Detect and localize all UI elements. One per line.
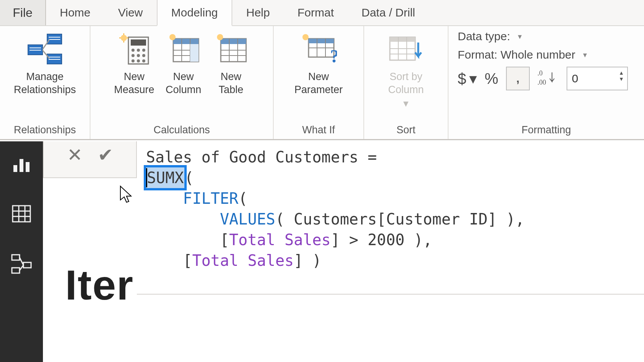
- tab-data-drill[interactable]: Data / Drill: [348, 0, 429, 25]
- ribbon-group-label-whatif: What If: [274, 122, 363, 139]
- svg-point-17: [137, 54, 140, 57]
- svg-point-15: [142, 49, 145, 52]
- svg-rect-60: [13, 206, 30, 222]
- ribbon-tab-bar: File Home View Modeling Help Format Data…: [0, 0, 644, 26]
- ribbon-group-label-formatting: Formatting: [449, 122, 644, 139]
- sort-by-column-label: Sort by Column: [388, 70, 424, 97]
- tab-file[interactable]: File: [0, 0, 46, 25]
- new-parameter-button[interactable]: ? New Parameter: [289, 28, 348, 97]
- ribbon-group-label-sort: Sort: [364, 122, 448, 139]
- formula-text: ]: [331, 231, 340, 249]
- formula-token-filter: FILTER: [183, 190, 238, 207]
- new-measure-button[interactable]: New Measure: [108, 28, 159, 97]
- manage-relationships-label: Manage Relationships: [14, 70, 76, 97]
- sort-by-column-button[interactable]: Sort by Column ▾: [382, 28, 430, 110]
- new-parameter-label: New Parameter: [294, 70, 343, 97]
- chevron-down-icon: ▾: [403, 97, 409, 110]
- formula-line-1: Sales of Good Customers =: [146, 148, 386, 166]
- svg-point-20: [137, 59, 140, 62]
- formula-text: ( Customers[Customer ID] ),: [275, 210, 524, 228]
- format-label: Format: Whole number: [458, 48, 575, 61]
- chevron-down-icon: ▾: [583, 50, 587, 59]
- percent-button[interactable]: %: [485, 70, 498, 87]
- cancel-formula-button[interactable]: ✕: [67, 146, 82, 164]
- ribbon-group-sort: Sort by Column ▾ Sort: [364, 26, 449, 139]
- formula-bar: ✕ ✔ Sales of Good Customers = SUMX( FILT…: [43, 141, 644, 295]
- decimal-places-input[interactable]: 0 ▲▼: [567, 67, 628, 90]
- ribbon: Manage Relationships Relationships: [0, 26, 644, 140]
- svg-point-34: [169, 34, 176, 40]
- svg-rect-58: [20, 159, 23, 172]
- svg-rect-43: [309, 39, 334, 43]
- svg-rect-67: [12, 268, 20, 273]
- sort-icon: [388, 31, 424, 67]
- comma-icon: ,: [516, 72, 519, 85]
- data-type-label: Data type:: [458, 30, 510, 43]
- data-view-button[interactable]: [0, 200, 43, 227]
- svg-rect-33: [190, 44, 199, 62]
- model-view-button[interactable]: [0, 250, 43, 277]
- svg-rect-66: [23, 262, 31, 268]
- new-table-label: New Table: [219, 70, 243, 97]
- chevron-down-icon: ▾: [469, 70, 477, 87]
- decimal-places-value: 0: [572, 72, 578, 85]
- spinner-arrows[interactable]: ▲▼: [619, 70, 624, 87]
- svg-rect-57: [13, 165, 17, 172]
- tab-home[interactable]: Home: [46, 0, 104, 25]
- svg-point-16: [131, 54, 135, 57]
- ribbon-group-whatif: ? New Parameter What If: [274, 26, 364, 139]
- ribbon-group-relationships: Manage Relationships Relationships: [0, 26, 90, 139]
- formula-text: ): [303, 252, 321, 269]
- mouse-cursor-icon: [120, 185, 133, 204]
- formula-text: [: [183, 252, 192, 269]
- tab-view[interactable]: View: [104, 0, 156, 25]
- tab-help[interactable]: Help: [232, 0, 284, 25]
- formula-text: (: [238, 190, 248, 207]
- commit-formula-button[interactable]: ✔: [98, 146, 113, 164]
- relationships-icon: [26, 31, 63, 67]
- formula-controls: ✕ ✔: [43, 141, 137, 178]
- formula-text: > 2000 ),: [340, 231, 432, 249]
- data-type-dropdown[interactable]: Data type: ▾: [458, 30, 635, 43]
- report-view-button[interactable]: [0, 151, 43, 177]
- svg-line-68: [20, 257, 23, 265]
- currency-dropdown[interactable]: $ ▾: [458, 70, 477, 87]
- formula-editor[interactable]: Sales of Good Customers = SUMX( FILTER( …: [137, 141, 644, 295]
- svg-point-19: [131, 59, 135, 62]
- new-column-label: New Column: [166, 70, 201, 97]
- thousands-separator-toggle[interactable]: ,: [506, 67, 530, 90]
- ribbon-group-formatting: Data type: ▾ Format: Whole number ▾ $ ▾ …: [449, 26, 644, 139]
- tab-format[interactable]: Format: [284, 0, 348, 25]
- manage-relationships-button[interactable]: Manage Relationships: [8, 28, 81, 97]
- svg-point-18: [142, 54, 145, 57]
- formula-token-values: VALUES: [220, 210, 276, 228]
- ribbon-group-calculations: New Measure: [90, 26, 274, 139]
- tab-modeling[interactable]: Modeling: [157, 0, 233, 26]
- svg-text:.0: .0: [537, 69, 543, 77]
- formula-text: (: [184, 169, 194, 187]
- svg-text:.00: .00: [537, 79, 546, 86]
- view-switcher: [0, 141, 43, 362]
- formula-token-total-sales: Total Sales: [229, 231, 331, 249]
- svg-rect-59: [26, 162, 30, 172]
- svg-rect-36: [221, 39, 246, 44]
- ribbon-group-label-calculations: Calculations: [90, 122, 273, 139]
- calculator-icon: [116, 31, 153, 67]
- format-dropdown[interactable]: Format: Whole number ▾: [458, 48, 635, 61]
- new-measure-label: New Measure: [114, 70, 154, 97]
- new-column-button[interactable]: New Column: [160, 28, 207, 97]
- svg-rect-12: [131, 39, 146, 46]
- dollar-icon: $: [458, 70, 466, 87]
- svg-text:?: ?: [330, 46, 337, 66]
- svg-point-13: [131, 49, 135, 52]
- formula-token-total-sales-2: Total Sales: [192, 252, 294, 269]
- svg-rect-50: [390, 37, 415, 42]
- table-column-icon: [165, 31, 202, 67]
- new-table-button[interactable]: New Table: [207, 28, 255, 97]
- svg-rect-28: [173, 39, 199, 44]
- formula-token-sumx: SUMX: [146, 167, 184, 188]
- decimal-places-icon: .0 .00: [537, 68, 559, 90]
- svg-point-22: [121, 35, 127, 41]
- svg-point-41: [217, 34, 223, 40]
- svg-rect-65: [12, 255, 20, 260]
